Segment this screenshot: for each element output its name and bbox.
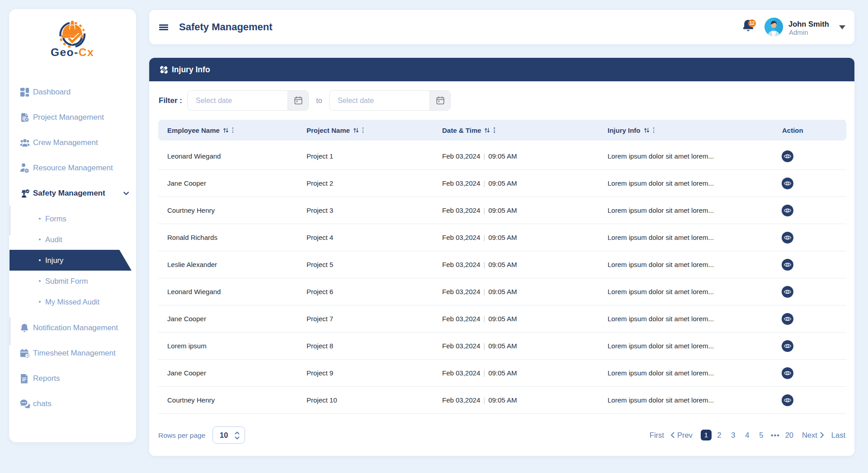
svg-text:Geo-Cx: Geo-Cx [51,46,94,58]
